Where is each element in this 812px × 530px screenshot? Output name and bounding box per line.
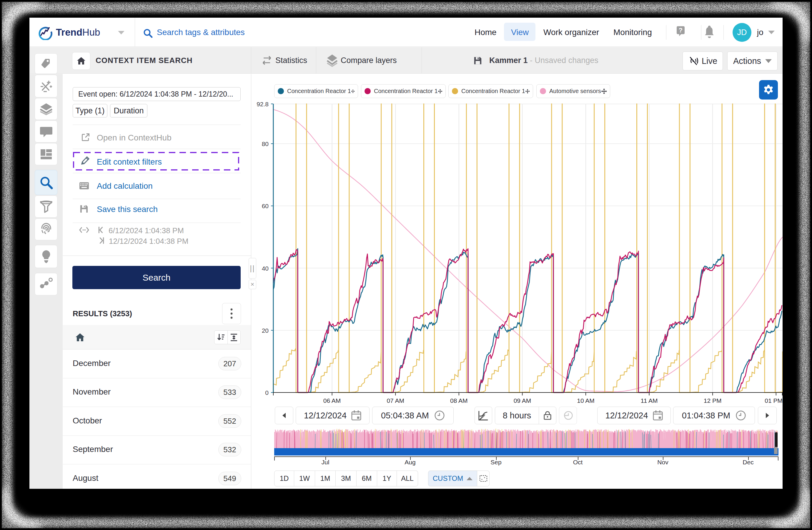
svg-text:92.8: 92.8 xyxy=(257,101,269,108)
svg-text:60: 60 xyxy=(262,203,269,209)
svg-text:?: ? xyxy=(679,27,683,34)
svg-text:07 AM: 07 AM xyxy=(387,397,404,404)
svg-text:12 PM: 12 PM xyxy=(704,397,722,404)
svg-text:06 AM: 06 AM xyxy=(323,397,341,404)
svg-text:09 AM: 09 AM xyxy=(514,397,531,404)
svg-text:01 PM: 01 PM xyxy=(765,397,783,404)
svg-text:0: 0 xyxy=(265,389,269,396)
svg-text:11 AM: 11 AM xyxy=(641,397,658,404)
svg-text:10 AM: 10 AM xyxy=(577,397,595,404)
svg-text:08 AM: 08 AM xyxy=(450,397,468,404)
svg-text:40: 40 xyxy=(262,265,269,272)
svg-text:20: 20 xyxy=(262,327,269,334)
svg-text:80: 80 xyxy=(262,140,269,147)
